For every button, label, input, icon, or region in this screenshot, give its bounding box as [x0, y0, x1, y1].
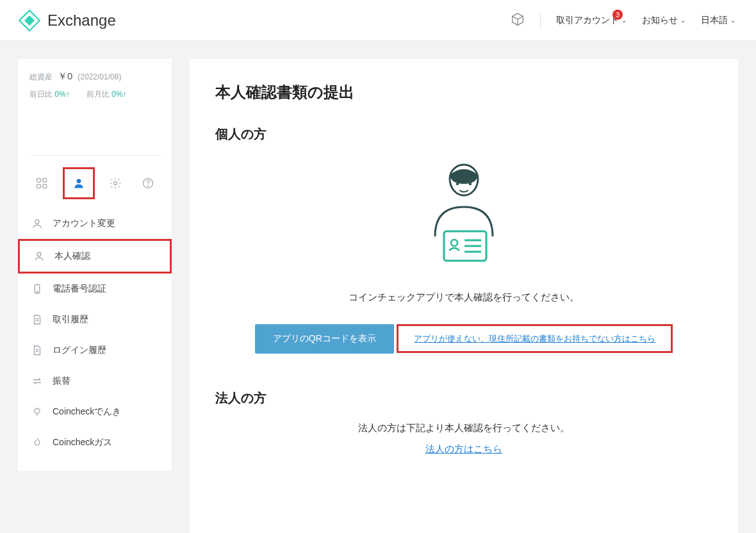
sidebar-item-label: アカウント変更 — [53, 218, 115, 229]
app-unavailable-link[interactable]: アプリが使えない、現住所記載の書類をお持ちでない方はこちら — [414, 334, 655, 343]
corporate-heading: 法人の方 — [215, 390, 712, 407]
chevron-down-icon: ⌄ — [621, 17, 627, 24]
svg-point-11 — [37, 252, 41, 256]
language-label: 日本語 — [701, 15, 728, 26]
flame-icon — [31, 436, 44, 449]
logo-icon — [18, 9, 41, 32]
notification-badge: 3 — [612, 10, 623, 20]
user-check-icon — [33, 250, 45, 263]
svg-point-7 — [114, 182, 117, 185]
show-qr-button[interactable]: アプリのQRコードを表示 — [255, 324, 394, 354]
sidebar-item-login-history[interactable]: ログイン履歴 — [18, 335, 172, 366]
svg-marker-1 — [24, 15, 35, 26]
sidebar-item-label: Coincheckでんき — [53, 406, 121, 418]
sidebar-item-label: 本人確認 — [54, 250, 90, 262]
sidebar-item-label: 振替 — [53, 375, 70, 387]
sidebar-item-identity[interactable]: 本人確認 — [18, 239, 172, 274]
sidebar: 総資産 ￥0 (2022/01/08) 前日比 0%↑ 前月比 0%↑ — [18, 59, 172, 471]
mom-value: 0%↑ — [111, 90, 126, 99]
total-assets-value: ￥0 — [58, 70, 72, 83]
notices-label: お知らせ — [642, 15, 678, 26]
account-menu[interactable]: 取引アカウント ⌄ 3 — [556, 15, 627, 26]
svg-rect-3 — [43, 179, 47, 183]
tab-account[interactable] — [67, 172, 90, 195]
section-individual: 個人の方 — [215, 126, 712, 354]
alt-link-highlight: アプリが使えない、現住所記載の書類をお持ちでない方はこちら — [397, 324, 673, 353]
document-icon — [31, 313, 44, 326]
header-divider — [540, 13, 541, 28]
sidebar-menu: アカウント変更 本人確認 電話番号認証 取引履歴 — [18, 208, 172, 471]
language-menu[interactable]: 日本語 ⌄ — [701, 15, 735, 26]
svg-point-10 — [35, 220, 39, 224]
user-edit-icon — [31, 217, 44, 230]
corporate-link[interactable]: 法人の方はこちら — [425, 443, 502, 454]
sidebar-item-account-change[interactable]: アカウント変更 — [18, 208, 172, 239]
svg-point-16 — [469, 183, 472, 185]
page-title: 本人確認書類の提出 — [215, 82, 712, 102]
dod-value: 0%↑ — [54, 90, 69, 99]
svg-point-9 — [147, 186, 148, 186]
person-id-illustration — [422, 160, 505, 271]
svg-point-6 — [76, 179, 81, 183]
account-menu-label: 取引アカウント — [556, 15, 619, 26]
tab-account-highlight — [63, 167, 95, 199]
tab-settings[interactable] — [104, 172, 127, 195]
phone-icon — [31, 283, 44, 295]
chevron-down-icon: ⌄ — [680, 17, 686, 24]
svg-rect-5 — [43, 184, 47, 188]
svg-point-13 — [37, 291, 38, 293]
cube-icon[interactable] — [511, 12, 525, 29]
svg-rect-4 — [37, 184, 41, 188]
dod-label: 前日比 — [29, 90, 53, 99]
individual-heading: 個人の方 — [215, 126, 712, 143]
corporate-instruction: 法人の方は下記より本人確認を行ってください。 — [215, 422, 712, 434]
notices-menu[interactable]: お知らせ ⌄ — [642, 15, 686, 26]
svg-rect-2 — [37, 179, 41, 183]
sidebar-item-phone[interactable]: 電話番号認証 — [18, 274, 172, 304]
document-icon — [31, 344, 44, 357]
chevron-down-icon: ⌄ — [730, 17, 735, 24]
total-assets-label: 総資産 — [29, 72, 53, 83]
sidebar-item-label: ログイン履歴 — [53, 345, 106, 356]
sidebar-item-denki[interactable]: Coincheckでんき — [18, 397, 172, 427]
tab-dashboard[interactable] — [30, 172, 53, 195]
sidebar-stats: 総資産 ￥0 (2022/01/08) 前日比 0%↑ 前月比 0%↑ — [18, 59, 172, 109]
header: Exchange 取引アカウント ⌄ 3 お知らせ ⌄ 日本語 ⌄ — [0, 0, 756, 41]
tab-help[interactable] — [136, 172, 160, 195]
main-content: 本人確認書類の提出 個人の方 — [190, 59, 738, 533]
header-right: 取引アカウント ⌄ 3 お知らせ ⌄ 日本語 ⌄ — [511, 12, 735, 29]
transfer-icon — [31, 375, 44, 388]
svg-point-14 — [35, 409, 40, 414]
sidebar-tabs — [18, 156, 172, 208]
sidebar-item-label: Coincheckガス — [53, 437, 112, 448]
brand-name: Exchange — [47, 12, 116, 29]
individual-instruction: コインチェックアプリで本人確認を行ってください。 — [215, 291, 712, 304]
sidebar-item-gas[interactable]: Coincheckガス — [18, 427, 172, 458]
mom-label: 前月比 — [86, 90, 110, 99]
sidebar-item-trade-history[interactable]: 取引履歴 — [18, 304, 172, 335]
sidebar-item-label: 電話番号認証 — [53, 283, 106, 295]
sidebar-item-transfer[interactable]: 振替 — [18, 366, 172, 397]
lightbulb-icon — [31, 406, 44, 418]
logo[interactable]: Exchange — [18, 9, 116, 32]
svg-point-15 — [456, 183, 459, 185]
stats-date: (2022/01/08) — [78, 72, 121, 81]
section-corporate: 法人の方 法人の方は下記より本人確認を行ってください。 法人の方はこちら — [215, 390, 712, 455]
sidebar-item-label: 取引履歴 — [53, 314, 88, 325]
